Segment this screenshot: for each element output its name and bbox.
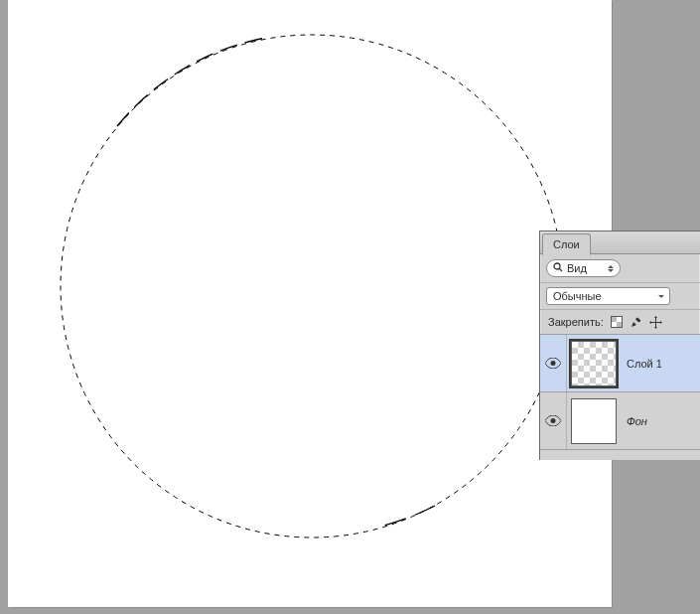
layer-row[interactable]: Фон: [540, 392, 700, 450]
layers-list: Слой 1 Фон: [540, 335, 700, 450]
visibility-toggle[interactable]: [540, 335, 567, 391]
tab-layers[interactable]: Слои: [542, 233, 591, 255]
eye-icon: [545, 415, 561, 426]
lock-transparency-icon[interactable]: [610, 315, 624, 329]
layer-name[interactable]: Слой 1: [623, 358, 662, 370]
blend-mode-label: Обычные: [553, 290, 602, 302]
filter-row: Вид: [540, 254, 700, 283]
layer-name[interactable]: Фон: [623, 415, 647, 427]
lock-paint-icon[interactable]: [630, 315, 643, 329]
layer-thumbnail[interactable]: [571, 398, 617, 444]
eye-icon: [545, 358, 561, 369]
layer-row[interactable]: Слой 1: [540, 335, 700, 392]
svg-point-0: [61, 35, 563, 537]
svg-point-1: [554, 263, 560, 269]
layer-filter-kind[interactable]: Вид: [546, 259, 621, 277]
document-canvas[interactable]: [8, 0, 612, 607]
svg-rect-8: [635, 317, 641, 323]
panel-tab-bar: Слои: [540, 231, 700, 254]
layer-thumbnail[interactable]: [571, 341, 617, 386]
thumbnail-area: [567, 341, 623, 386]
svg-point-10: [551, 418, 556, 423]
svg-line-2: [559, 268, 562, 271]
thumbnail-area: [567, 398, 623, 444]
lock-label: Закрепить:: [548, 316, 604, 328]
stepper-icon: [606, 260, 616, 276]
layers-panel: Слои Вид Обычные Закрепить:: [539, 230, 700, 460]
marquee-selection: [58, 32, 566, 540]
lock-row: Закрепить:: [540, 310, 700, 335]
visibility-toggle[interactable]: [540, 392, 567, 449]
blend-row: Обычные: [540, 283, 700, 310]
search-icon: [553, 262, 563, 274]
layer-filter-kind-label: Вид: [567, 262, 587, 274]
chevron-down-icon: [658, 295, 664, 298]
panel-spacer: [540, 450, 700, 460]
blend-mode-select[interactable]: Обычные: [546, 287, 670, 305]
svg-point-9: [551, 361, 556, 366]
lock-move-icon[interactable]: [649, 315, 663, 329]
